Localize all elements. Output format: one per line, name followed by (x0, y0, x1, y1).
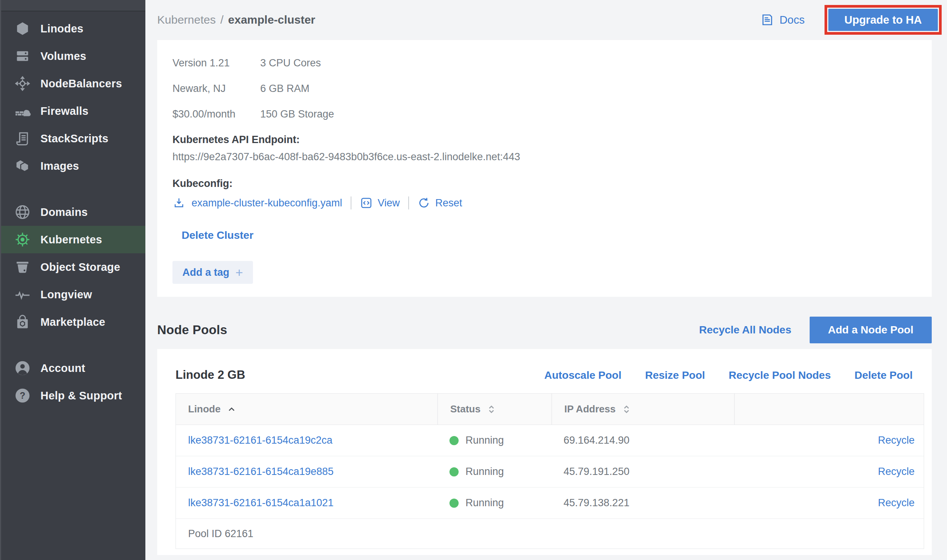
divider (351, 196, 351, 209)
api-endpoint-url: https://9e2a7307-b6ac-408f-ba62-9483b0b3… (172, 151, 916, 163)
node-link[interactable]: lke38731-62161-6154ca1a1021 (188, 497, 333, 509)
cluster-summary-panel: Version 1.21 3 CPU Cores Newark, NJ 6 GB… (157, 40, 932, 297)
resize-pool-link[interactable]: Resize Pool (645, 369, 705, 381)
table-row: lke38731-62161-6154ca19e885 Running 45.7… (176, 456, 924, 488)
sidebar-item-images[interactable]: Images (1, 152, 145, 180)
recycle-pool-nodes-link[interactable]: Recycle Pool Nodes (729, 369, 831, 381)
cluster-region: Newark, NJ (172, 83, 260, 94)
sidebar-item-marketplace[interactable]: Marketplace (1, 308, 145, 336)
breadcrumb-separator: / (220, 13, 223, 26)
pool-id: Pool ID 62161 (188, 528, 253, 540)
recycle-all-nodes-link[interactable]: Recycle All Nodes (699, 324, 791, 336)
cluster-name: example-cluster (228, 13, 315, 26)
pool-plan-title: Linode 2 GB (176, 368, 245, 382)
column-header-linode[interactable]: Linode (176, 394, 437, 425)
column-header-status[interactable]: Status (437, 394, 551, 425)
recycle-node-link[interactable]: Recycle (878, 497, 915, 509)
kubernetes-icon (14, 231, 31, 248)
upgrade-to-ha-button[interactable]: Upgrade to HA (828, 9, 938, 31)
sidebar-item-label: NodeBalancers (40, 77, 122, 90)
cluster-ram: 6 GB RAM (260, 83, 309, 94)
nav-group-account: Account ? Help & Support (1, 354, 145, 409)
spec-row: $30.00/month 150 GB Storage (172, 108, 916, 120)
sidebar-item-label: StackScripts (40, 132, 108, 145)
node-pool-panel: Linode 2 GB Autoscale Pool Resize Pool R… (157, 349, 932, 555)
autoscale-pool-link[interactable]: Autoscale Pool (544, 369, 621, 381)
column-label: Status (450, 403, 480, 415)
kubeconfig-label: Kubeconfig: (172, 178, 916, 189)
images-icon (14, 157, 31, 175)
pool-id-row: Pool ID 62161 (176, 519, 924, 549)
delete-cluster-row: Delete Cluster (172, 211, 916, 242)
linode-icon (14, 20, 31, 37)
kubeconfig-file-link[interactable]: example-cluster-kubeconfig.yaml (192, 197, 342, 209)
table-header: Linode Status IP Address (176, 394, 924, 425)
sidebar-item-firewalls[interactable]: Firewalls (1, 97, 145, 125)
sidebar-item-label: Volumes (40, 50, 86, 63)
sidebar-item-label: Firewalls (40, 105, 89, 117)
column-header-ip[interactable]: IP Address (551, 394, 734, 425)
longview-icon (14, 286, 31, 303)
spec-row: Version 1.21 3 CPU Cores (172, 57, 916, 69)
sidebar-item-account[interactable]: Account (1, 354, 145, 382)
table-row: lke38731-62161-6154ca1a1021 Running 45.7… (176, 488, 924, 519)
nodes-table: Linode Status IP Address (176, 393, 924, 549)
delete-pool-link[interactable]: Delete Pool (855, 369, 913, 381)
sidebar-item-object-storage[interactable]: Object Storage (1, 253, 145, 281)
sidebar-item-help-support[interactable]: ? Help & Support (1, 382, 145, 409)
sidebar-item-nodebalancers[interactable]: NodeBalancers (1, 70, 145, 97)
sidebar-item-kubernetes[interactable]: Kubernetes (1, 226, 145, 253)
column-label: IP Address (564, 403, 615, 415)
sidebar-item-linodes[interactable]: Linodes (1, 15, 145, 42)
sidebar-item-label: Marketplace (40, 316, 105, 328)
breadcrumb: Kubernetes / example-cluster (157, 13, 315, 26)
page-header: Kubernetes / example-cluster Docs Upgrad… (145, 0, 947, 40)
docs-link[interactable]: Docs (760, 13, 805, 27)
header-actions: Docs Upgrade to HA (760, 5, 942, 35)
sort-ascending-icon (227, 404, 237, 414)
nav-group-services: Domains Kubernetes Object Storage Longvi… (1, 198, 145, 336)
sidebar-item-longview[interactable]: Longview (1, 281, 145, 308)
breadcrumb-section[interactable]: Kubernetes (157, 13, 216, 26)
sidebar-item-volumes[interactable]: Volumes (1, 42, 145, 70)
nav-group-compute: Linodes Volumes NodeBalancers Firewalls (1, 15, 145, 180)
cluster-version: Version 1.21 (172, 57, 260, 69)
sidebar-item-domains[interactable]: Domains (1, 198, 145, 226)
delete-cluster-button[interactable]: Delete Cluster (182, 229, 253, 242)
plus-icon: + (235, 266, 243, 279)
sidebar-item-label: Object Storage (40, 261, 120, 274)
reset-kubeconfig-button[interactable]: Reset (417, 196, 462, 209)
download-icon[interactable] (172, 196, 185, 209)
column-label: Linode (188, 403, 221, 415)
sidebar-item-stackscripts[interactable]: StackScripts (1, 125, 145, 152)
sidebar-item-label: Kubernetes (40, 233, 102, 246)
sidebar-item-label: Account (40, 362, 85, 375)
sidebar-item-label: Longview (40, 288, 92, 301)
sidebar-top-strip (1, 0, 145, 11)
nodebalancers-icon (14, 75, 31, 92)
firewalls-icon (14, 102, 31, 120)
recycle-node-link[interactable]: Recycle (878, 466, 915, 478)
recycle-node-link[interactable]: Recycle (878, 434, 915, 446)
pool-header: Linode 2 GB Autoscale Pool Resize Pool R… (157, 349, 932, 393)
divider (408, 196, 409, 209)
cluster-storage: 150 GB Storage (260, 108, 334, 120)
sidebar-item-label: Help & Support (40, 389, 122, 402)
add-node-pool-button[interactable]: Add a Node Pool (810, 317, 932, 343)
node-link[interactable]: lke38731-62161-6154ca19e885 (188, 466, 333, 478)
sidebar-item-label: Linodes (40, 23, 84, 35)
reset-label: Reset (435, 197, 462, 209)
spec-row: Newark, NJ 6 GB RAM (172, 83, 916, 94)
pool-actions: Autoscale Pool Resize Pool Recycle Pool … (544, 369, 913, 381)
add-tag-label: Add a tag (182, 267, 229, 278)
status-text: Running (465, 434, 504, 446)
view-kubeconfig-button[interactable]: View (360, 196, 400, 209)
docs-icon (760, 13, 774, 27)
node-link[interactable]: lke38731-62161-6154ca19c2ca (188, 434, 332, 446)
tags-row: Add a tag + (172, 242, 916, 284)
add-tag-button[interactable]: Add a tag + (172, 261, 253, 284)
ip-address: 45.79.138.221 (564, 497, 630, 509)
status-text: Running (465, 497, 504, 509)
cluster-price: $30.00/month (172, 108, 260, 120)
table-row: lke38731-62161-6154ca19c2ca Running 69.1… (176, 425, 924, 456)
